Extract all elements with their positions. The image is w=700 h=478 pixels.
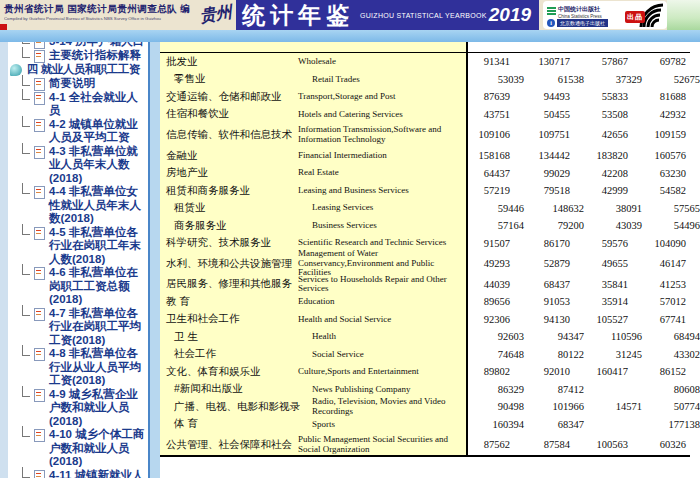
industry-name-en: Leasing and Business Services [292, 186, 466, 196]
value-cell: 55833 [570, 91, 628, 102]
value-cell: 49655 [570, 258, 628, 269]
value-cell: 35841 [570, 279, 628, 290]
value-cell: 160576 [628, 150, 686, 161]
industry-name-en: Scientific Research and Technic Services [292, 238, 466, 248]
tree-branch-icon [22, 49, 34, 62]
value-cell: 94130 [510, 314, 570, 325]
value-cell: 54582 [628, 185, 686, 196]
table-row: 公共管理、社会保障和社会组织 Public Management Social … [160, 433, 690, 457]
industry-name-en: Financial Intermediation [292, 151, 466, 161]
industry-name-cn: 住宿和餐饮业 [160, 107, 292, 121]
industry-name-cn: 商务服务业 [160, 219, 300, 233]
sidebar-item-label: 3-14 历年户籍人口 [49, 42, 148, 49]
sidebar-item[interactable]: 4-9 城乡私营企业户数和就业人员(2018) [8, 388, 148, 429]
value-cell: 57164 [480, 220, 524, 231]
document-icon [34, 227, 45, 240]
sidebar-item[interactable]: 4-7 非私营单位各行业在岗职工平均工资(2018) [8, 307, 148, 348]
sidebar-item[interactable]: 4-10 城乡个体工商户数和就业人员(2018) [8, 428, 148, 469]
value-cell: 110596 [584, 331, 642, 342]
value-cell: 69782 [628, 56, 686, 67]
industry-name-en: Information Transmission,Software and In… [292, 125, 466, 144]
value-cell: 42999 [570, 185, 628, 196]
value-cell: 94347 [524, 331, 584, 342]
value-cell: 57219 [466, 185, 510, 196]
value-cell: 43039 [584, 220, 642, 231]
value-cell: 57867 [570, 56, 628, 67]
document-icon [34, 78, 45, 91]
tree-branch-icon [22, 307, 34, 320]
sidebar-item[interactable]: 4-6 非私营单位在岗职工工资总额(2018) [8, 266, 148, 307]
value-cell: 91341 [466, 56, 510, 67]
value-cell: 86152 [628, 366, 686, 377]
sidebar-item-label: 4-10 城乡个体工商户数和就业人员(2018) [49, 428, 148, 469]
value-cell: 42932 [628, 109, 686, 120]
table-row: 交通运输、仓储和邮政业 Transport,Storage and Post 8… [160, 88, 690, 106]
industry-name-en: Education [292, 297, 466, 307]
table-row: 租赁和商务服务业 Leasing and Business Services 5… [160, 182, 690, 200]
press-logo-box: 中国统计出版社 China Statistics Press i 北京数通电子出… [543, 1, 667, 29]
value-cell: 68347 [524, 419, 584, 430]
value-cell: 57565 [642, 203, 700, 214]
sidebar-item[interactable]: 4-1 全社会就业人员 [8, 91, 148, 118]
header-banner: 贵州省统计局 国家统计局贵州调查总队 编 Compiled by Guizhou… [0, 0, 700, 30]
industry-name-cn: 教 育 [160, 295, 292, 309]
sidebar-item-label: 主要统计指标解释 [49, 49, 148, 63]
table-row: 金融业 Financial Intermediation 158168 1344… [160, 147, 690, 165]
document-icon [34, 92, 45, 105]
sidebar-item-label: 4-3 非私营单位就业人员年末人数(2018) [49, 145, 148, 186]
table-row: 卫生和社会工作 Health and Social Service 92306 … [160, 311, 690, 329]
value-cell: 63230 [628, 168, 686, 179]
industry-name-cn: 社会工作 [160, 347, 300, 361]
yearbook-title-block: 统计年鉴 GUIZHOU STATISTICAL YEARBOOK 2019 [236, 0, 539, 30]
table-row: 水利、环境和公共设施管理业 Management of Water Conser… [160, 252, 690, 276]
sidebar-item-label: 简要说明 [49, 77, 148, 91]
value-cell: 50774 [642, 401, 700, 412]
sidebar-item[interactable]: 主要统计指标解释 [8, 49, 148, 63]
value-cell: 53508 [570, 109, 628, 120]
sidebar-item[interactable]: 3-14 历年户籍人口 [8, 42, 148, 49]
value-cell: 79200 [524, 220, 584, 231]
value-cell: 87639 [466, 91, 510, 102]
table-row: 卫 生 Health 92603 94347 110596 68494 [160, 328, 690, 346]
tree-branch-icon [22, 145, 34, 158]
sidebar-tree: 3-14 历年户籍人口 主要统计指标解释 四 就业人员和职工工资 简要说明 4-… [0, 42, 150, 478]
header-green-fill [667, 0, 700, 30]
sidebar-item[interactable]: 4-3 非私营单位就业人员年末人数(2018) [8, 145, 148, 186]
sidebar-item-label: 四 就业人员和职工工资 [27, 63, 148, 77]
industry-name-en: Radio, Television, Movies and Video Reco… [300, 397, 480, 416]
tree-branch-icon [22, 347, 34, 360]
value-cell: 54496 [642, 220, 700, 231]
app-window: 贵州省统计局 国家统计局贵州调查总队 编 Compiled by Guizhou… [0, 0, 700, 478]
sidebar-item[interactable]: 4-2 城镇单位就业人员及平均工资 [8, 118, 148, 145]
industry-name-cn: 科学研究、技术服务业 [160, 236, 292, 250]
sidebar-item-label: 4-8 非私营单位各行业从业人员平均工资(2018) [49, 347, 148, 388]
industry-name-cn: 水利、环境和公共设施管理业 [160, 257, 292, 271]
value-cell: 89656 [466, 296, 510, 307]
sidebar-item[interactable]: 4-11 城镇新就业人数和失业人数 [8, 469, 148, 478]
region-calligraphy: 贵州 [199, 2, 239, 37]
table-row: 体 育 Sports 160394 68347 177138 [160, 416, 690, 434]
table-row: 社会工作 Social Service 74648 80122 31245 43… [160, 346, 690, 364]
sidebar-item[interactable]: 4-4 非私营单位女性就业人员年末人数(2018) [8, 185, 148, 226]
sidebar-item[interactable]: 4-5 非私营单位各行业在岗职工年末人数(2018) [8, 226, 148, 267]
industry-name-en: Real Estate [292, 168, 466, 178]
sidebar-item-label: 4-7 非私营单位各行业在岗职工平均工资(2018) [49, 307, 148, 348]
value-cell: 87584 [510, 439, 570, 450]
value-cell: 91507 [466, 238, 510, 249]
value-cell: 49293 [466, 258, 510, 269]
sidebar-item[interactable]: 4-8 非私营单位各行业从业人员平均工资(2018) [8, 347, 148, 388]
document-icon [34, 267, 45, 280]
industry-name-cn: 文化、体育和娱乐业 [160, 365, 292, 379]
sidebar-item[interactable]: 四 就业人员和职工工资 [8, 63, 148, 77]
industry-name-en: Business Services [300, 221, 480, 231]
industry-name-en: Public Management Social Securities and … [292, 435, 466, 454]
sidebar-item-label: 4-11 城镇新就业人数和失业人数 [49, 469, 148, 478]
value-cell: 41253 [628, 279, 686, 290]
sidebar-item[interactable]: 简要说明 [8, 77, 148, 91]
tree-branch-icon [22, 226, 34, 239]
table-row: 文化、体育和娱乐业 Culture,Sports and Entertainme… [160, 363, 690, 381]
table-row: 住宿和餐饮业 Hotels and Catering Services 4375… [160, 106, 690, 124]
table-top-border [160, 42, 690, 53]
info-press-icon: i [547, 19, 555, 27]
value-cell: 74648 [480, 349, 524, 360]
